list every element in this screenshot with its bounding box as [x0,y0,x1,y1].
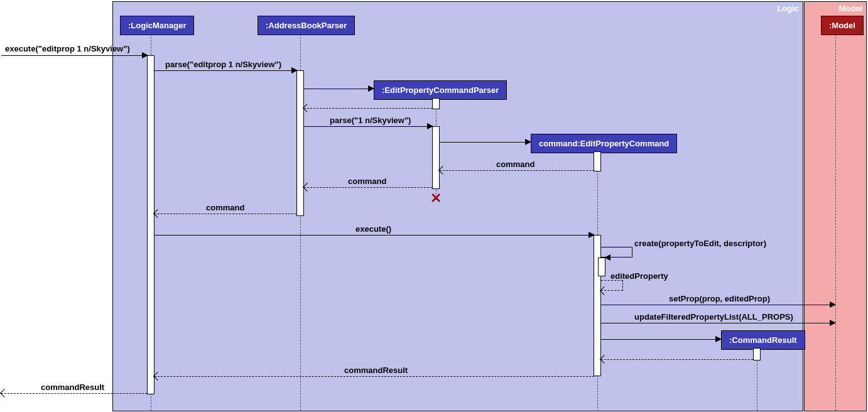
msg-command2: command [348,176,386,186]
frame-model-label: Model [838,4,862,13]
lifeline-model [835,34,836,411]
msg-editedproperty: editedProperty [610,271,668,281]
arrowhead-parse1 [291,67,298,73]
msg-parse1: parse("editprop 1 n/Skyview") [165,60,281,69]
frame-logic-label: Logic [777,4,799,13]
activation-addressbookparser [296,70,304,216]
arrow-command2 [304,187,432,188]
activation-logicmanager [147,55,155,394]
arrowhead-create-cr [715,336,722,342]
msg-parse2: parse("1 n/Skyview") [330,116,411,125]
arrow-parse2 [304,126,430,127]
destroy-editpropparser: ✕ [430,193,442,204]
msg-commandresult2: commandResult [41,382,104,392]
msg-create: create(propertyToEdit, descriptor) [634,239,766,248]
msg-commandresult1: commandResult [344,366,408,375]
msg-setprop: setProp(prop, editedProp) [669,294,770,303]
arrowhead-execute-entry [142,52,148,58]
sequence-diagram: Logic Model :LogicManager :AddressBookPa… [0,0,868,412]
arrowhead-parse2 [427,123,433,129]
activation-editpropcommand-1 [594,151,601,171]
arrowhead-updatefilteredlist [830,320,836,326]
msg-execute-entry: execute("editprop 1 n/Skyview") [5,44,130,53]
participant-logicmanager: :LogicManager [120,16,194,35]
activation-editpropparser-2 [432,126,440,189]
arrow-updatefilteredlist [601,323,835,323]
activation-editpropcommand-2 [594,235,601,376]
participant-editpropparser: :EditPropertyCommandParser [374,80,507,100]
arrow-commandresult2 [1,393,147,394]
arrow-create-epc [440,142,528,143]
activation-editpropparser-1 [432,98,440,109]
msg-command3: command [206,203,244,212]
arrow-parse1 [155,70,294,71]
arrow-command1 [440,170,594,171]
activation-commandresult [753,348,761,360]
arrow-execute2 [155,235,592,236]
msg-command1: command [496,160,534,169]
arrow-return-cr [601,359,753,360]
arrow-execute-entry [1,55,144,56]
msg-execute2: execute() [355,224,391,234]
participant-addressbookparser: :AddressBookParser [258,16,355,35]
arrow-create-cr [601,339,718,340]
arrowhead-commandresult2 [0,389,9,398]
arrow-commandresult1 [155,376,594,377]
arrowhead-create-epc [525,139,531,145]
participant-model: :Model [821,16,864,35]
arrowhead-create-epcp [368,85,374,92]
msg-updatefilteredlist: updateFilteredPropertyList(ALL_PROPS) [634,312,793,322]
participant-commandresult: :CommandResult [721,330,805,350]
arrow-return-epcp1 [304,108,432,109]
arrowhead-setprop [830,301,836,308]
participant-editpropcommand: command:EditPropertyCommand [531,134,677,153]
arrow-create-epcp [304,89,371,89]
arrow-setprop [601,305,835,305]
arrowhead-execute2 [589,232,595,238]
arrow-command3 [155,214,296,214]
arrowhead-self-create [604,254,610,261]
